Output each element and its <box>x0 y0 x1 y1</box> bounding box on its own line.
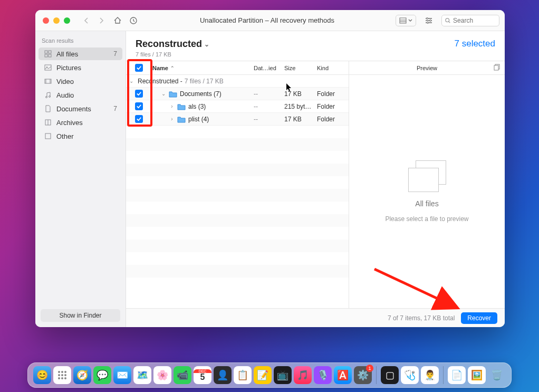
row-size: 215 byt… <box>284 103 317 110</box>
caret-down-icon[interactable]: ⌄ <box>161 91 166 97</box>
dock-screenshot[interactable]: 🖼️ <box>468 366 486 384</box>
dock-music[interactable]: 🎵 <box>294 366 312 384</box>
column-size[interactable]: Size <box>284 65 317 71</box>
copy-icon[interactable] <box>494 64 500 72</box>
zoom-button[interactable] <box>64 17 70 24</box>
sidebar-item-pictures[interactable]: Pictures <box>38 61 122 74</box>
preview-placeholder-icon <box>408 160 446 192</box>
minimize-button[interactable] <box>53 17 60 24</box>
dock-facetime[interactable]: 📹 <box>174 366 191 384</box>
selected-count: 7 selected <box>455 39 496 49</box>
svg-line-11 <box>449 21 450 23</box>
filter-icon[interactable] <box>424 15 434 26</box>
dock-messages[interactable]: 💬 <box>93 366 111 384</box>
main-title[interactable]: Reconstructed⌄ <box>136 39 209 50</box>
dock-file[interactable]: 📄 <box>448 366 466 384</box>
view-mode-button[interactable] <box>396 15 416 26</box>
column-kind[interactable]: Kind <box>317 65 349 71</box>
row-checkbox[interactable] <box>135 115 143 123</box>
svg-point-7 <box>427 17 428 19</box>
svg-rect-14 <box>45 54 47 57</box>
folder-icon <box>177 103 186 110</box>
sidebar-item-other[interactable]: Other <box>38 130 122 142</box>
dock-diskdrill[interactable]: 🩺 <box>401 366 419 384</box>
row-checkbox[interactable] <box>135 90 143 98</box>
svg-rect-13 <box>49 51 51 53</box>
dock-trash[interactable]: 🗑️ <box>488 366 506 384</box>
image-icon <box>44 63 52 72</box>
dock-finder[interactable]: 😊 <box>33 366 51 384</box>
search-input[interactable] <box>453 17 496 24</box>
svg-point-34 <box>64 374 66 376</box>
dock-appstore[interactable]: 🅰️ <box>334 366 352 384</box>
sidebar-item-video[interactable]: Video <box>38 75 122 88</box>
forward-button[interactable] <box>95 15 107 26</box>
svg-point-21 <box>46 97 47 98</box>
svg-rect-27 <box>494 65 498 70</box>
select-all-checkbox[interactable] <box>135 64 143 72</box>
dock-settings[interactable]: ⚙️1 <box>354 366 372 384</box>
sidebar-item-archives[interactable]: Archives <box>38 116 122 129</box>
sidebar-header: Scan results <box>35 35 126 47</box>
row-checkbox[interactable] <box>135 102 143 110</box>
dock-app[interactable]: 👨‍⚕️ <box>421 366 439 384</box>
sidebar-item-label: Video <box>56 78 74 85</box>
sidebar-item-label: Pictures <box>56 64 81 72</box>
dock-podcasts[interactable]: 🎙️ <box>314 366 332 384</box>
row-kind: Folder <box>317 116 349 123</box>
other-icon <box>44 132 52 140</box>
row-date: -- <box>254 116 284 123</box>
column-name[interactable]: Name ⌃ <box>151 65 254 71</box>
dock-mail[interactable]: ✉️ <box>113 366 131 384</box>
sidebar-item-label: Other <box>56 132 74 140</box>
sidebar: Scan results All files 7 Pictures Video … <box>35 31 126 327</box>
home-icon[interactable] <box>112 15 123 26</box>
row-name: Documents (7) <box>180 90 222 98</box>
table-row[interactable]: › plist (4) -- 17 KB Folder <box>126 113 349 126</box>
column-date[interactable]: Dat…ied <box>254 65 284 71</box>
empty-rows <box>126 126 349 284</box>
sidebar-item-audio[interactable]: Audio <box>38 89 122 101</box>
archive-icon <box>44 118 52 127</box>
show-in-finder-button[interactable]: Show in Finder <box>41 309 120 322</box>
svg-point-32 <box>58 374 60 376</box>
dock-calendar[interactable]: DEC5 <box>194 366 211 384</box>
search-field[interactable] <box>441 15 499 26</box>
dock-photos[interactable]: 🌸 <box>153 366 171 384</box>
dock-notes[interactable]: 📝 <box>254 366 272 384</box>
close-button[interactable] <box>43 17 49 24</box>
footer-summary: 7 of 7 items, 17 KB total <box>388 314 455 322</box>
svg-point-8 <box>430 20 431 21</box>
dock-maps[interactable]: 🗺️ <box>133 366 151 384</box>
sidebar-item-count: 7 <box>113 105 117 112</box>
sidebar-item-documents[interactable]: Documents 7 <box>38 102 122 115</box>
chevron-down-icon: ⌄ <box>204 41 209 48</box>
table-row[interactable]: › als (3) -- 215 byt… Folder <box>126 100 349 113</box>
recover-button[interactable]: Recover <box>461 312 497 324</box>
audio-icon <box>44 91 52 99</box>
preview-pane: Preview All files Please select a file t… <box>349 61 505 308</box>
dock-tv[interactable]: 📺 <box>274 366 292 384</box>
dock-reminders[interactable]: 📋 <box>234 366 252 384</box>
preview-subtitle: Please select a file to preview <box>385 215 468 223</box>
dock-launchpad[interactable] <box>53 366 71 384</box>
back-button[interactable] <box>81 15 92 26</box>
dock: 😊 🧭 💬 ✉️ 🗺️ 🌸 📹 DEC5 👤 📋 📝 📺 🎵 🎙️ 🅰️ ⚙️1… <box>27 362 512 388</box>
caret-right-icon[interactable]: › <box>169 103 175 109</box>
sidebar-item-all-files[interactable]: All files 7 <box>38 47 122 60</box>
row-kind: Folder <box>317 90 349 98</box>
table-row[interactable]: ⌄ Documents (7) -- 17 KB Folder <box>126 88 349 100</box>
caret-down-icon: ⌄ <box>129 78 136 84</box>
row-name: als (3) <box>188 103 206 110</box>
dock-contacts[interactable]: 👤 <box>214 366 232 384</box>
app-window: Unallocated Partition – All recovery met… <box>35 10 505 327</box>
sort-asc-icon: ⌃ <box>170 65 175 71</box>
group-row[interactable]: ⌄ Reconstructed - 7 files / 17 KB <box>126 75 349 88</box>
dock-safari[interactable]: 🧭 <box>73 366 91 384</box>
preview-header: Preview <box>349 61 505 75</box>
caret-right-icon[interactable]: › <box>169 116 175 122</box>
history-icon[interactable] <box>128 15 139 26</box>
row-size: 17 KB <box>284 116 317 123</box>
dock-terminal[interactable]: ▢ <box>381 366 399 384</box>
main-panel: Reconstructed⌄ 7 files / 17 KB 7 selecte… <box>126 31 505 327</box>
